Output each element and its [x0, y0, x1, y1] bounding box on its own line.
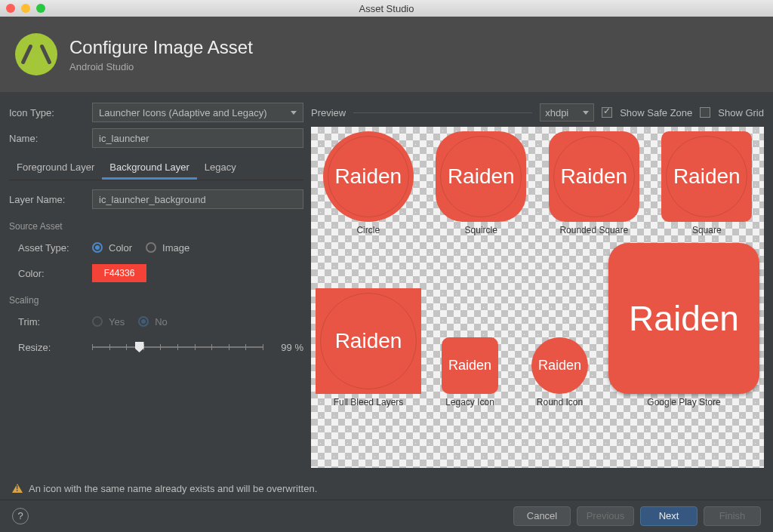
name-label: Name: — [9, 133, 92, 144]
cancel-button[interactable]: Cancel — [513, 506, 571, 526]
density-dropdown[interactable]: xhdpi — [540, 103, 594, 121]
color-picker[interactable]: F44336 — [92, 264, 146, 282]
chevron-down-icon — [291, 111, 297, 115]
preview-panel: Preview xhdpi Show Safe Zone Show Grid R… — [311, 101, 764, 468]
page-subtitle: Android Studio — [69, 61, 253, 72]
finish-button: Finish — [704, 506, 761, 526]
preview-legacy-icon: Raiden Legacy Icon — [429, 337, 511, 407]
preview-square: Raiden Square — [654, 131, 760, 235]
warning-banner: An icon with the same name already exist… — [0, 477, 773, 500]
titlebar: Asset Studio — [0, 0, 773, 17]
trim-no-radio — [138, 316, 149, 327]
preview-area: Raiden Circle Raiden Squircle Raiden Rou… — [311, 127, 764, 468]
scaling-section: Scaling — [9, 295, 303, 306]
page-title: Configure Image Asset — [69, 37, 253, 58]
next-button[interactable]: Next — [640, 506, 698, 526]
show-safe-zone-checkbox[interactable] — [602, 107, 612, 118]
wizard-footer: ? Cancel Previous Next Finish — [0, 500, 773, 531]
preview-squircle: Raiden Squircle — [429, 131, 534, 235]
show-grid-checkbox[interactable] — [700, 107, 710, 118]
asset-type-image-radio[interactable] — [146, 242, 156, 253]
help-button[interactable]: ? — [12, 508, 29, 524]
preview-circle: Raiden Circle — [316, 131, 421, 235]
previous-button: Previous — [577, 506, 634, 526]
wizard-header: Configure Image Asset Android Studio — [0, 17, 773, 92]
resize-slider[interactable] — [92, 339, 263, 355]
android-studio-icon — [15, 33, 57, 75]
preview-full-bleed: Raiden Full Bleed Layers — [316, 288, 421, 407]
asset-type-label: Asset Type: — [9, 242, 92, 254]
name-input[interactable] — [92, 128, 303, 148]
source-asset-section: Source Asset — [9, 221, 303, 232]
chevron-down-icon — [583, 111, 589, 115]
resize-label: Resize: — [9, 342, 92, 353]
preview-rounded-square: Raiden Rounded Square — [541, 131, 647, 235]
trim-yes-radio — [92, 316, 103, 327]
layer-name-input[interactable] — [92, 189, 303, 209]
layer-tabs: Foreground Layer Background Layer Legacy — [9, 157, 303, 180]
icon-type-dropdown[interactable]: Launcher Icons (Adaptive and Legacy) — [92, 103, 303, 122]
preview-play-store: Raiden Google Play Store — [608, 243, 759, 407]
warning-text: An icon with the same name already exist… — [29, 483, 317, 494]
resize-value: 99 % — [272, 342, 303, 353]
layer-name-label: Layer Name: — [9, 194, 92, 205]
preview-label: Preview — [311, 107, 346, 118]
icon-type-label: Icon Type: — [9, 107, 92, 118]
trim-label: Trim: — [9, 316, 92, 328]
tab-background-layer[interactable]: Background Layer — [102, 157, 197, 180]
window-title: Asset Studio — [0, 3, 773, 14]
asset-type-color-radio[interactable] — [92, 242, 103, 253]
settings-panel: Icon Type: Launcher Icons (Adaptive and … — [9, 101, 303, 468]
warning-icon — [12, 484, 23, 493]
preview-round-icon: Raiden Round Icon — [519, 337, 601, 407]
slider-thumb[interactable] — [135, 342, 144, 352]
tab-legacy[interactable]: Legacy — [197, 157, 244, 180]
tab-foreground-layer[interactable]: Foreground Layer — [9, 157, 102, 180]
color-label: Color: — [9, 268, 92, 279]
